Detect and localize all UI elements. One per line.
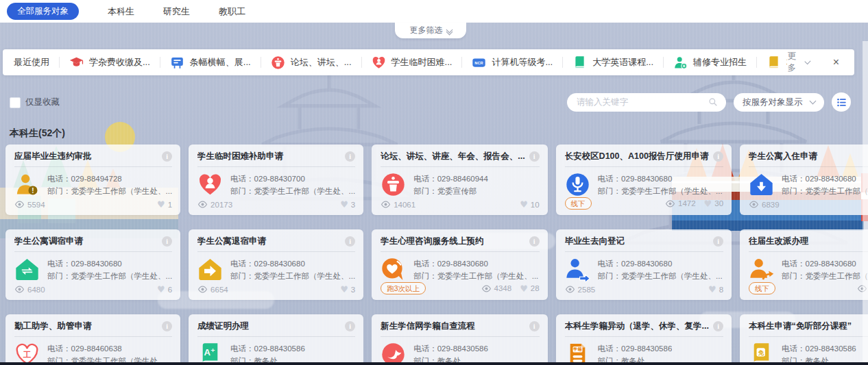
like-count: ♥3 — [340, 199, 355, 210]
info-icon[interactable]: i — [345, 236, 355, 247]
info-icon[interactable]: i — [713, 321, 723, 331]
service-card[interactable]: 学生公寓退宿申请 i 电话：029-88430680 部门：党委学生工作部（学生… — [189, 229, 363, 300]
recent-service-chip[interactable]: NCR 计算机等级考... — [472, 55, 553, 70]
book-mian-icon: 免 — [749, 342, 774, 365]
divider — [749, 251, 868, 252]
dept-label: 部门： — [413, 187, 437, 195]
recent-more-label: 更多 — [787, 51, 801, 74]
service-card[interactable]: 新生学信网学籍自查流程 i 电话：029-88430586 部门：教务处 — [372, 314, 547, 365]
service-card[interactable]: 勤工助学、助管申请 i 工 电话：029-88460638 部门：党委学生工作部… — [5, 314, 180, 365]
person-alert-icon: ! — [14, 172, 40, 197]
divider — [749, 166, 868, 167]
service-card[interactable]: 毕业生去向登记 i 电话：029-88430680 部门：党委学生工作部（学生处… — [556, 229, 732, 300]
service-card[interactable]: 成绩证明办理 i A⁺ 电话：029-88430586 部门：教务处 — [189, 314, 363, 365]
card-title: 成绩证明办理 — [197, 320, 341, 332]
divider — [361, 57, 362, 68]
house-swap-icon — [14, 257, 40, 282]
heart-icon[interactable]: ♥ — [340, 284, 348, 294]
list-view-icon — [836, 97, 847, 108]
service-card[interactable]: 学生心理咨询服务线上预约 i 电话：029-88430680 部门：党委学生工作… — [372, 229, 547, 300]
service-label: 辅修专业招生 — [693, 56, 747, 68]
svg-text:学籍: 学籍 — [573, 347, 581, 352]
display-mode-select[interactable]: 按服务对象显示 — [734, 93, 824, 112]
heart-icon[interactable]: ♥ — [157, 199, 165, 210]
info-icon[interactable]: i — [529, 236, 540, 247]
banner-icon — [170, 55, 184, 70]
recently-used-title: 最近使用 — [14, 56, 49, 68]
heart-icon[interactable]: ♥ — [157, 284, 165, 294]
heart-icon[interactable]: ♥ — [708, 284, 716, 294]
divider — [197, 251, 355, 252]
dept-value: 教务处 — [437, 357, 461, 365]
heart-icon[interactable]: ♥ — [340, 199, 348, 210]
recent-service-chip[interactable]: 学生临时困难... — [372, 55, 453, 70]
recent-service-chip[interactable]: 本科生申请“... — [767, 55, 787, 70]
card-title: 学生公寓入住申请 — [749, 151, 868, 162]
service-card[interactable]: 本科生申请“免听部分课程” i 免 电话：029-88430586 部门：教务处 — [740, 314, 868, 365]
heart-icon[interactable]: ♥ — [520, 284, 528, 294]
info-icon[interactable]: i — [529, 151, 540, 162]
info-icon[interactable]: i — [345, 321, 355, 331]
card-footer: 6480♥6 — [14, 284, 172, 294]
dept-label: 部门： — [413, 357, 437, 365]
ncr-badge-icon: NCR — [472, 55, 486, 70]
svg-text:NCR: NCR — [475, 60, 483, 64]
view-count: 20173 — [197, 201, 232, 209]
divider — [14, 166, 172, 167]
dept-value: 党委宣传部 — [437, 187, 477, 195]
info-icon[interactable]: i — [162, 236, 172, 247]
chevron-down-icon — [804, 58, 810, 64]
divider — [562, 57, 563, 68]
dept-value: 党委学生工作部（学生处、... — [621, 187, 723, 195]
recent-service-chip[interactable]: 大学英语课程... — [572, 55, 653, 70]
more-filters-button[interactable]: 更多筛选 — [395, 23, 466, 38]
card-title: 本科生学籍异动（退学、休学、复学... — [565, 320, 709, 332]
recent-service-chip[interactable]: 论坛、讲坛、... — [271, 55, 352, 70]
service-card[interactable]: 本科生学籍异动（退学、休学、复学... i 学籍 电话：029-88430586… — [556, 314, 732, 365]
info-icon[interactable]: i — [529, 321, 540, 331]
like-count: ♥6 — [157, 284, 172, 294]
search-input[interactable] — [575, 97, 708, 108]
svg-text:工: 工 — [23, 351, 32, 359]
info-icon[interactable]: i — [162, 151, 172, 162]
service-card[interactable]: 学生公寓调宿申请 i 电话：029-88430680 部门：党委学生工作部（学生… — [5, 229, 180, 300]
search-box[interactable] — [567, 93, 726, 112]
favorites-checkbox[interactable] — [10, 97, 21, 108]
service-card[interactable]: 学生公寓入住申请 i 电话：029-88430680 部门：党委学生工作部（学生… — [740, 144, 868, 215]
tab-graduate[interactable]: 研究生 — [163, 5, 190, 18]
view-count: 14061 — [381, 201, 415, 209]
search-icon — [708, 97, 718, 107]
recent-service-chip[interactable]: 辅修专业招生 — [673, 55, 747, 70]
info-icon[interactable]: i — [345, 151, 355, 162]
card-title: 学生公寓退宿申请 — [197, 236, 341, 247]
svg-text:A⁺: A⁺ — [204, 347, 215, 357]
tab-faculty[interactable]: 教职工 — [219, 5, 245, 18]
recent-service-chip[interactable]: 条幅横幅、展... — [170, 55, 251, 70]
recent-service-chip[interactable]: 学杂费收缴及... — [69, 55, 150, 70]
tab-undergraduate[interactable]: 本科生 — [108, 5, 134, 18]
divider — [59, 57, 60, 68]
heart-icon[interactable]: ♥ — [520, 199, 528, 210]
divider — [14, 251, 172, 252]
service-card[interactable]: 长安校区D100、A100报告厅使用申请 i 电话：029-88430680 部… — [556, 144, 732, 215]
dept-value: 党委学生工作部（学生处、... — [254, 187, 356, 195]
service-card[interactable]: 往届生改派办理 i 电话：029-88430680 部门：党委学生工作部（学生处… — [740, 229, 868, 300]
card-title: 勤工助学、助管申请 — [14, 320, 158, 332]
service-card[interactable]: 论坛、讲坛、讲座、年会、报告会、... i 电话：029-88460944 部门… — [372, 144, 547, 215]
info-icon[interactable]: i — [713, 151, 723, 162]
close-recent-bar-icon[interactable]: × — [833, 57, 839, 68]
top-navigation-bar: 全部服务对象 本科生 研究生 教职工 — [0, 0, 868, 23]
list-view-button[interactable] — [832, 92, 851, 112]
service-card[interactable]: 学生临时困难补助申请 i 电话：029-88430700 部门：党委学生工作部（… — [189, 144, 363, 215]
cap-icon — [69, 55, 84, 70]
card-title: 新生学信网学籍自查流程 — [381, 320, 525, 332]
info-icon[interactable]: i — [162, 321, 172, 331]
service-card[interactable]: 应届毕业生违约审批 i ! 电话：029-88494728 部门：党委学生工作部… — [5, 144, 180, 215]
info-icon[interactable]: i — [713, 236, 723, 247]
tab-all-audiences[interactable]: 全部服务对象 — [7, 3, 79, 20]
heart-icon[interactable]: ♥ — [704, 199, 712, 209]
recent-more-button[interactable]: 更多 — [787, 51, 809, 74]
view-count: 5594 — [14, 201, 45, 209]
card-footer: 20173♥3 — [197, 199, 355, 210]
phone-label: 电话： — [413, 344, 437, 353]
